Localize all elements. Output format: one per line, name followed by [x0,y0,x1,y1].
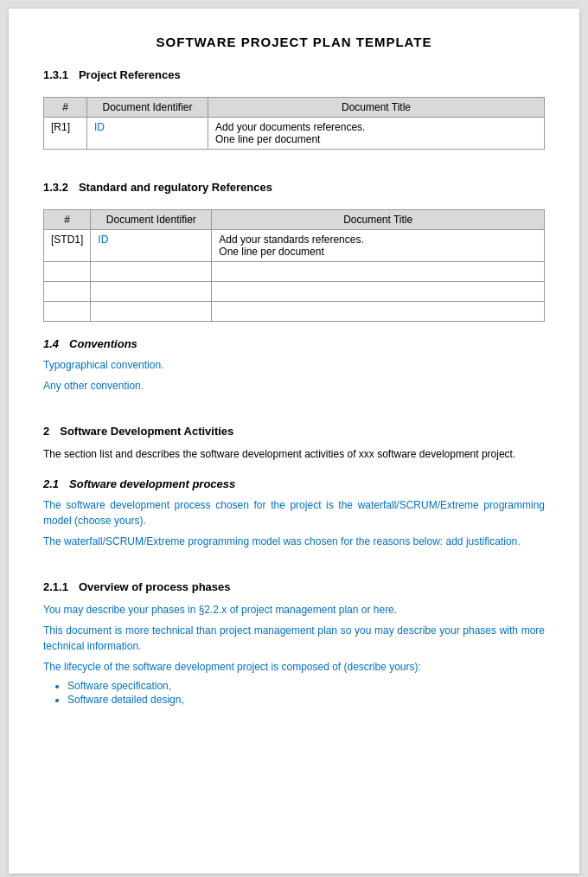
section-132: 1.3.2Standard and regulatory References … [43,181,545,322]
cell-empty-3c [212,302,545,322]
cell-title-line1: Add your documents references. [215,121,365,133]
section-131-number: 1.3.1 [43,68,68,81]
th-docid-131: Document Identifier [87,98,208,118]
cell-hash-r1: [R1] [44,118,87,150]
cell-empty-2b [91,282,212,302]
section-132-heading: 1.3.2Standard and regulatory References [43,181,545,194]
section-2: 2Software Development Activities The sec… [43,425,545,462]
cell-title-std1: Add your standards references. One line … [212,230,545,262]
s21-text-1: The software development process chosen … [43,497,545,528]
section-211-label: Overview of process phases [79,580,231,593]
section-14: 1.4Conventions Typographical convention.… [43,337,545,394]
s211-text-1: You may describe your phases in §2.2.x o… [43,602,545,618]
section-2-label: Software Development Activities [60,425,233,438]
table-row [44,262,545,282]
section-14-label: Conventions [69,337,137,350]
section-14-number: 1.4 [43,337,59,350]
section-21-label: Software development process [69,477,235,490]
th-doctitle-131: Document Title [208,98,545,118]
section-2-heading: 2Software Development Activities [43,425,545,438]
section-21-heading: 2.1Software development process [43,477,545,490]
th-hash-131: # [44,98,87,118]
section-14-heading: 1.4Conventions [43,337,545,350]
cell-title-std1-line1: Add your standards references. [219,234,363,246]
section-211: 2.1.1Overview of process phases You may … [43,580,545,706]
page-title: SOFTWARE PROJECT PLAN TEMPLATE [43,35,545,49]
s21-text-2: The waterfall/SCRUM/Extreme programming … [43,534,545,549]
section-132-label: Standard and regulatory References [79,181,272,194]
section-21-number: 2.1 [43,477,59,490]
th-docid-132: Document Identifier [91,210,212,230]
s211-text-3: The lifecycle of the software developmen… [43,659,545,675]
section-211-heading: 2.1.1Overview of process phases [43,580,545,593]
th-hash-132: # [44,210,91,230]
cell-title-line2: One line per document [215,133,320,145]
table-row [44,302,545,322]
cell-empty-1c [212,262,545,282]
section-2-number: 2 [43,425,49,438]
table-row: [STD1] ID Add your standards references.… [44,230,545,262]
cell-id-r1: ID [87,118,208,150]
list-item: Software specification, [67,680,545,692]
th-doctitle-132: Document Title [212,210,545,230]
document-page: SOFTWARE PROJECT PLAN TEMPLATE 1.3.1Proj… [9,9,579,874]
s211-text-2: This document is more technical than pro… [43,623,545,654]
cell-hash-std1: [STD1] [44,230,91,262]
cell-title-std1-line2: One line per document [219,246,323,258]
s14-text-2: Any other convention. [43,378,545,394]
cell-empty-2c [212,282,545,302]
cell-empty-3a [44,302,91,322]
table-131: # Document Identifier Document Title [R1… [43,97,545,150]
cell-empty-3b [91,302,212,322]
list-item: Software detailed design, [67,694,545,706]
cell-empty-2a [44,282,91,302]
cell-empty-1a [44,262,91,282]
s14-text-1: Typographical convention. [43,357,545,373]
table-132: # Document Identifier Document Title [ST… [43,209,545,322]
s211-bullet-list: Software specification, Software detaile… [67,680,545,706]
section-132-number: 1.3.2 [43,181,68,194]
section-211-number: 2.1.1 [43,580,68,593]
section-131: 1.3.1Project References # Document Ident… [43,68,545,150]
cell-id-std1: ID [91,230,212,262]
section-131-heading: 1.3.1Project References [43,68,545,81]
section-21: 2.1Software development process The soft… [43,477,545,549]
s2-body-text: The section list and describes the softw… [43,446,545,462]
cell-title-r1: Add your documents references. One line … [208,118,545,150]
cell-empty-1b [91,262,212,282]
table-row [44,282,545,302]
table-row: [R1] ID Add your documents references. O… [44,118,545,150]
section-131-label: Project References [79,68,181,81]
